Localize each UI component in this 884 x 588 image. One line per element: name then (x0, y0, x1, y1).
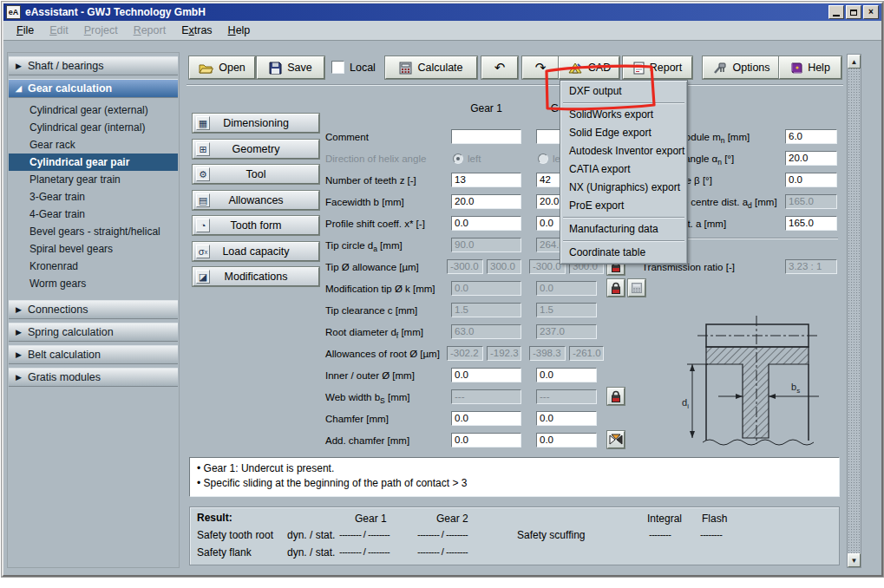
menu-item-manufacturing-data[interactable]: Manufacturing data (562, 220, 685, 238)
scroll-down-button[interactable]: ▼ (848, 553, 861, 567)
gear2-modification-tip-k-mm-field: 0.0 (536, 281, 597, 296)
gear1-tip-clearance-c-mm-field: 1.5 (451, 303, 521, 317)
gear1-profile-shift-coeff-x-field[interactable]: 0.0 (451, 216, 521, 231)
app-window: eA eAssistant - GWJ Technology GmbH × Fi… (2, 2, 883, 577)
scroll-up-button[interactable]: ▲ (848, 55, 861, 69)
gear2-tip-clearance-c-mm-field: 1.5 (536, 303, 597, 317)
gear1-comment-field[interactable] (451, 129, 521, 144)
modifications-label: Modifications (225, 271, 288, 283)
geometry-label: Geometry (232, 143, 280, 155)
result-g2-cell: -------- / -------- (417, 546, 468, 557)
load-capacity-label: Load capacity (222, 245, 289, 258)
menu-item-catia-export[interactable]: CATIA export (562, 160, 685, 179)
gear1-number-of-teeth-z-field[interactable]: 13 (451, 173, 521, 187)
form-label-root-diameter-d: Root diameter df [mm] (325, 324, 423, 340)
result-name-cell: Safety tooth root (197, 529, 273, 541)
gear1-allowances-of-root-m-max-field: -192.3 (487, 346, 521, 361)
allowances-button[interactable]: ▤Allowances (193, 191, 319, 210)
mini-calculator-icon (628, 279, 645, 297)
gear-icon: ⚙ (196, 167, 210, 181)
helix-angle-field[interactable]: 0.0 (785, 173, 837, 187)
warning-message-box: Gear 1: Undercut is present.Specific sli… (189, 457, 840, 497)
result-g1-cell: -------- / -------- (339, 529, 390, 539)
form-label-allowances-of-root-m: Allowances of root Ø [µm] (325, 346, 440, 362)
allowances-label: Allowances (228, 194, 283, 206)
cad-export-menu: DXF outputSolidWorks exportSolid Edge ex… (560, 80, 688, 265)
geometry-button[interactable]: ⊞Geometry (193, 140, 319, 159)
tool-button[interactable]: ⚙Tool (193, 165, 319, 184)
result-panel: Result: Gear 1 Gear 2 Integral Flash Saf… (189, 506, 840, 565)
menu-item-solidworks-export[interactable]: SolidWorks export (562, 106, 685, 124)
result-gear1-header: Gear 1 (355, 513, 387, 525)
result-fv-cell: -------- (700, 529, 722, 539)
gear1-root-diameter-d-field: 63.0 (451, 324, 521, 339)
menu-separator (563, 102, 684, 104)
reference-centre-dist-a-field: 165.0 (785, 194, 837, 209)
gear1-tip-circle-d-field: 90.0 (451, 238, 521, 252)
gear1-add-chamfer-mm-field[interactable]: 0.0 (451, 433, 521, 448)
result-name-cell: Safety flank (197, 546, 252, 559)
svg-text:di: di (682, 397, 689, 410)
form-label-tip-clearance-c-mm: Tip clearance c [mm] (325, 303, 417, 318)
form-label-comment: Comment (325, 129, 369, 145)
lock-icon[interactable] (607, 279, 625, 297)
gear2-helix-left-radio (538, 154, 548, 164)
result-mode-cell: dyn. / stat. (287, 529, 335, 541)
form-label-add-chamfer-mm: Add. chamfer [mm] (325, 433, 409, 448)
gear1-helix-left-label: left (468, 153, 481, 165)
centre-dist-a-mm-field[interactable]: 165.0 (785, 216, 837, 231)
form-label-modification-tip-k-mm: Modification tip Ø k [mm] (325, 281, 435, 297)
menu-item-coordinate-table[interactable]: Coordinate table (562, 244, 685, 262)
form-label-number-of-teeth-z: Number of teeth z [-] (325, 173, 416, 188)
gear2-inner-outer-mm-field[interactable]: 0.0 (536, 368, 597, 382)
menu-item-proe-export[interactable]: ProE export (562, 197, 685, 215)
gear2-allowances-of-root-m-min-field: -398.3 (529, 346, 566, 361)
gear1-helix-left-radio (453, 154, 463, 164)
form-label-direction-of-helix-angle: Direction of helix angle (325, 151, 426, 167)
result-side-cell: Safety scuffing (517, 529, 586, 541)
menu-separator (563, 217, 684, 219)
arrow-down-icon: ▼ (851, 557, 858, 565)
normal-module-m-field[interactable]: 6.0 (785, 129, 837, 144)
gear1-tip-allowance-m-max-field: 300.0 (487, 259, 521, 274)
gear1-web-width-b-field: --- (451, 389, 521, 404)
result-iv-cell: -------- (649, 529, 671, 539)
menu-item-solid-edge-export[interactable]: Solid Edge export (562, 124, 685, 142)
tooth-form-button[interactable]: ◔Tooth form (193, 216, 319, 235)
result-gear2-header: Gear 2 (436, 513, 468, 525)
gear1-inner-outer-mm-field[interactable]: 0.0 (451, 368, 521, 382)
dimensioning-button[interactable]: ▦Dimensioning (193, 114, 319, 133)
result-g1-cell: -------- / -------- (339, 546, 390, 557)
form-label-inner-outer-mm: Inner / outer Ø [mm] (325, 368, 415, 383)
vertical-scrollbar[interactable]: ▲ ▼ (847, 54, 861, 568)
gear1-facewidth-b-mm-field[interactable]: 20.0 (451, 194, 521, 209)
menu-item-dxf-output[interactable]: DXF output (562, 82, 685, 101)
form-label-profile-shift-coeff-x: Profile shift coeff. x* [-] (325, 216, 425, 232)
gear2-allowances-of-root-m-max-field: -261.0 (569, 346, 604, 361)
allowances-icon: ▤ (196, 193, 210, 207)
gear2-web-width-b-field: --- (536, 389, 597, 404)
form-label-tip-allowance-m: Tip Ø allowance [µm] (325, 259, 419, 275)
chamfer-symmetry-icon[interactable] (607, 431, 625, 448)
load-capacity-button[interactable]: σxLoad capacity (193, 242, 319, 261)
transmission-ratio-field: 3.23 : 1 (785, 259, 837, 274)
calculator-icon: ▦ (196, 116, 210, 130)
warning-message: Specific sliding at the beginning of the… (197, 476, 832, 491)
lock-icon[interactable] (607, 388, 625, 405)
gear1-chamfer-mm-field[interactable]: 0.0 (451, 411, 521, 426)
gear2-chamfer-mm-field[interactable]: 0.0 (536, 411, 597, 426)
gear1-allowances-of-root-m-min-field: -302.2 (447, 346, 483, 361)
result-title: Result: (197, 512, 232, 524)
tool-label: Tool (246, 168, 266, 180)
modifications-icon: ◪ (196, 270, 210, 284)
dimensioning-label: Dimensioning (223, 117, 289, 129)
pressure-angle-field[interactable]: 20.0 (785, 151, 837, 166)
tooth-form-icon: ◔ (196, 219, 210, 232)
gear1-column-header: Gear 1 (451, 102, 521, 114)
gear1-tip-allowance-m-min-field: -300.0 (447, 259, 483, 274)
gear2-add-chamfer-mm-field[interactable]: 0.0 (536, 433, 597, 448)
gear-cross-section-diagram: di bs (680, 312, 847, 451)
menu-item-autodesk-inventor-export[interactable]: Autodesk Inventor export (562, 142, 685, 160)
modifications-button[interactable]: ◪Modifications (193, 267, 319, 286)
menu-item-nx-unigraphics-export[interactable]: NX (Unigraphics) export (562, 179, 685, 197)
